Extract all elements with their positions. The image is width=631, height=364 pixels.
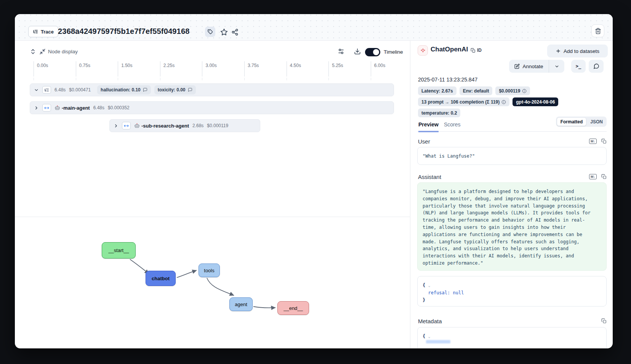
- comment-icon: [143, 88, 147, 92]
- chevron-right-icon[interactable]: [34, 105, 39, 110]
- clipped-text-fragment: [426, 340, 450, 343]
- observation-timestamp: 2025-07-11 13:23:25.847: [418, 77, 477, 83]
- bookmark-star-button[interactable]: [220, 28, 228, 36]
- star-icon: [220, 28, 228, 36]
- score-label: toxicity: 0.00: [158, 87, 186, 93]
- info-icon: [522, 89, 527, 93]
- display-settings-icon[interactable]: [338, 48, 344, 55]
- badge-row-2: 13 prompt → 106 completion (Σ 119) gpt-4…: [418, 97, 558, 106]
- user-section-label: User: [418, 138, 430, 145]
- metadata-section-icons: [601, 318, 607, 324]
- user-message-box: "What is Langfuse?": [417, 147, 607, 165]
- collapse-all-icon[interactable]: [39, 48, 46, 55]
- axis-tick: 6.00s: [371, 61, 405, 77]
- copy-icon[interactable]: [601, 174, 607, 179]
- markdown-toggle-icon[interactable]: M↓: [589, 174, 597, 179]
- timeline-panel: Node display Timeline 0.00s 0.75s 1.50s …: [15, 41, 410, 348]
- trace-window: Trace 2368a42497597f5b1e7f7ef55f049168 N…: [15, 14, 613, 348]
- node-label: agent: [235, 302, 247, 307]
- screen: { "header": { "trace_label": "Trace", "t…: [0, 0, 631, 364]
- span-type-badge: [42, 104, 51, 112]
- add-to-datasets-button[interactable]: Add to datasets: [547, 45, 608, 57]
- copy-icon[interactable]: [601, 318, 607, 324]
- share-icon: [231, 29, 239, 36]
- download-icon[interactable]: [354, 48, 361, 55]
- graph-node-start[interactable]: __start__: [102, 242, 136, 259]
- tabs-divider: [417, 131, 607, 132]
- graph-edges: [15, 217, 410, 348]
- format-formatted-option[interactable]: Formatted: [557, 117, 587, 126]
- span-name-label: -main-agent: [62, 105, 90, 111]
- observation-detail-panel: ChatOpenAI ID Add to datasets Annotate >…: [410, 41, 613, 348]
- model-badge[interactable]: gpt-4o-2024-08-06: [512, 97, 558, 106]
- collapse-chevron-icon[interactable]: ⌄: [428, 283, 430, 287]
- latency-badge: Latency: 2.67s: [418, 86, 456, 95]
- span-duration: 2.68s: [192, 123, 203, 128]
- terminal-label: >_: [576, 64, 581, 69]
- timeline-toggle[interactable]: [365, 48, 380, 56]
- span-cost: $0.000119: [207, 123, 228, 128]
- main-agent-span-row[interactable]: -main-agent 6.48s $0.000352: [30, 101, 394, 114]
- assistant-section-label: Assistant: [418, 174, 441, 180]
- temperature-badge: temperature: 0.2: [418, 109, 460, 117]
- span-name-label: -sub-research-agent: [141, 123, 189, 129]
- span-type-badge: [122, 122, 131, 129]
- chevron-right-icon[interactable]: [114, 123, 119, 128]
- json-refusal-line: refusal: null: [423, 290, 464, 295]
- timeline-toggle-label: Timeline: [384, 49, 403, 55]
- format-json-option[interactable]: JSON: [587, 119, 606, 125]
- annotate-dropdown-button[interactable]: [549, 60, 564, 73]
- chevron-down-icon[interactable]: [34, 88, 39, 93]
- cost-badge[interactable]: $0.000119: [495, 86, 530, 95]
- add-to-datasets-label: Add to datasets: [564, 48, 599, 54]
- trace-node-badge: [42, 86, 51, 94]
- delete-trace-button[interactable]: [591, 24, 604, 37]
- trace-cost: $0.000471: [69, 87, 91, 93]
- tokens-badge[interactable]: 13 prompt → 106 completion (Σ 119): [418, 97, 509, 106]
- tag-icon: [207, 29, 213, 35]
- env-badge: Env: default: [460, 86, 493, 95]
- plus-icon: [556, 48, 561, 54]
- playground-button[interactable]: >_: [571, 60, 586, 73]
- axis-tick: 3.75s: [244, 61, 286, 77]
- share-button[interactable]: [231, 28, 239, 36]
- robot-icon: [54, 105, 60, 111]
- toggle-knob: [373, 49, 379, 55]
- expand-all-icon[interactable]: [30, 48, 36, 55]
- graph-node-chatbot[interactable]: chatbot: [146, 271, 176, 286]
- format-toggle: Formatted JSON: [556, 117, 607, 127]
- robot-icon: [134, 123, 140, 129]
- tab-scores[interactable]: Scores: [444, 121, 461, 131]
- axis-tick: 3.00s: [202, 61, 244, 77]
- axis-tick: 0.75s: [76, 61, 118, 77]
- collapse-chevron-icon[interactable]: ⌄: [428, 334, 430, 338]
- timeline-toolbar: Node display Timeline: [15, 44, 410, 59]
- score-pill-toxicity[interactable]: toxicity: 0.00: [154, 85, 196, 94]
- trash-icon: [595, 28, 601, 34]
- comments-button[interactable]: [589, 60, 604, 73]
- axis-tick: 2.25s: [160, 61, 202, 77]
- tab-preview[interactable]: Preview: [418, 121, 439, 132]
- copy-icon[interactable]: [601, 139, 607, 144]
- node-label: __start__: [108, 247, 129, 253]
- annotate-button[interactable]: Annotate: [509, 60, 549, 73]
- tag-button[interactable]: [205, 27, 215, 37]
- completion-json-box: { ⌄ refusal: null }: [417, 276, 607, 307]
- score-pill-hallucination[interactable]: hallucination: 0.10: [97, 85, 151, 94]
- move-horizontal-icon: [124, 123, 129, 128]
- graph-node-agent[interactable]: agent: [229, 297, 253, 311]
- copy-id-button[interactable]: ID: [471, 48, 482, 53]
- list-tree-icon: [33, 29, 38, 34]
- chevron-down-icon: [554, 64, 559, 69]
- markdown-toggle-icon[interactable]: M↓: [589, 139, 597, 144]
- node-display-label: Node display: [48, 49, 78, 54]
- json-open-brace: {: [423, 334, 425, 339]
- trace-span-row[interactable]: 6.48s $0.000471 hallucination: 0.10 toxi…: [30, 83, 394, 96]
- annotate-label: Annotate: [522, 64, 543, 69]
- sub-agent-span-row[interactable]: -sub-research-agent 2.68s $0.000119: [109, 119, 260, 132]
- trace-type-label: Trace: [41, 29, 54, 35]
- id-label: ID: [477, 48, 482, 53]
- json-open-brace: {: [423, 283, 425, 288]
- graph-node-end[interactable]: __end__: [277, 301, 309, 315]
- graph-node-tools[interactable]: tools: [199, 263, 220, 277]
